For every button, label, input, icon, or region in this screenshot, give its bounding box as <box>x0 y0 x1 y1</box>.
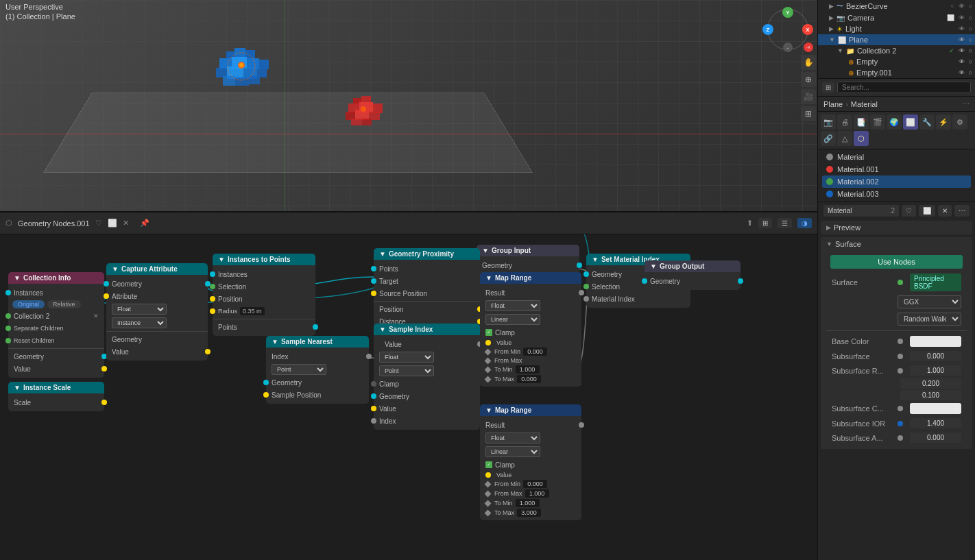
material-item-0[interactable]: Material <box>822 151 971 163</box>
props-modifier-icon[interactable]: 🔧 <box>919 114 935 130</box>
node-editor[interactable]: ⬡ Geometry Nodes.001 ♡ ⬜ ✕ 📌 ⬆ ⊞ ☰ ◑ <box>0 212 817 560</box>
props-data-icon[interactable]: △ <box>837 131 852 146</box>
props-world-icon[interactable]: 🌍 <box>887 114 902 130</box>
subsurface-value[interactable]: 0.000 <box>910 351 961 361</box>
outliner-render-icon[interactable]: ○ <box>969 3 972 10</box>
props-object-icon[interactable]: ⬜ <box>903 114 918 130</box>
props-particles-icon[interactable]: ⚡ <box>936 114 951 130</box>
outliner-item-plane[interactable]: ▼ ⬜ Plane 👁 ○ <box>818 34 975 45</box>
node-instance-scale[interactable]: ▼ Instance Scale Scale <box>8 382 104 411</box>
node-close-icon[interactable]: ✕ <box>123 219 129 228</box>
node-geometry-proximity[interactable]: ▼ Geometry Proximity Points Target <box>374 248 480 330</box>
surface-value[interactable]: Principled BSDF <box>910 273 961 291</box>
node-sn-type-select[interactable]: Point <box>272 364 326 375</box>
outliner-item-light[interactable]: ▶ ☀ Light 👁 ○ <box>818 23 975 34</box>
material-item-1[interactable]: Material.001 <box>822 163 971 175</box>
material-item-3[interactable]: Material.003 <box>822 188 971 200</box>
subsurface-a-value[interactable]: 0.000 <box>910 433 961 443</box>
random-walk-dropdown[interactable]: Random Walk <box>898 313 961 326</box>
props-constraints-icon[interactable]: 🔗 <box>821 131 836 146</box>
breadcrumb-options-icon[interactable]: ⋯ <box>962 99 970 108</box>
node-group-input[interactable]: ▼ Group Input Geometry <box>477 245 579 274</box>
node-map-range-1[interactable]: ▼ Map Range Result Float Linear <box>480 272 581 387</box>
gizmo-z-axis[interactable]: Z <box>762 24 773 35</box>
material-heart-btn[interactable]: ♡ <box>902 205 916 217</box>
outliner-render3-icon[interactable]: ○ <box>969 25 972 32</box>
node-ci-relative-tab[interactable]: Relative <box>47 300 81 308</box>
node-mr1-type[interactable]: Float <box>485 300 540 311</box>
outliner-item-camera[interactable]: ▶ 📷 Camera ⬜ 👁 ○ <box>818 12 975 23</box>
node-viewport-shading[interactable]: ◑ <box>797 218 812 228</box>
node-si-domain-select[interactable]: Point <box>379 365 434 376</box>
node-ca-type-select[interactable]: Float <box>112 304 167 315</box>
props-view-layer-icon[interactable]: 📑 <box>854 114 869 130</box>
viewport-grid-icon[interactable]: ⊞ <box>801 106 816 121</box>
node-sample-nearest[interactable]: ▼ Sample Nearest Index Point <box>266 336 369 404</box>
props-material-icon[interactable]: ⬡ <box>854 131 869 146</box>
subsurface-r-val1[interactable]: 1.000 <box>910 365 961 376</box>
subsurface-ior-value[interactable]: 1.400 <box>910 418 961 428</box>
material-delete-btn[interactable]: ✕ <box>938 205 952 217</box>
node-ci-original-tab[interactable]: Original <box>12 300 45 308</box>
outliner-item-collection2[interactable]: ▼ 📁 Collection 2 ✓ 👁 ○ <box>818 45 975 56</box>
viewport-zoom-icon[interactable]: ⊕ <box>801 72 816 87</box>
surface-header[interactable]: ▼ Surface <box>821 237 972 251</box>
subsurface-r-val3[interactable]: 0.100 <box>900 390 961 400</box>
subsurface-c-swatch[interactable] <box>910 403 961 414</box>
viewport-3d[interactable]: User Perspective (1) Collection | Plane … <box>0 0 817 212</box>
subsurface-r-val2[interactable]: 0.200 <box>900 378 961 389</box>
outliner-item-empty[interactable]: ⊕ Empty 👁 ○ <box>818 56 975 67</box>
node-capture-attribute[interactable]: ▼ Capture Attribute Geometry Attribute <box>106 263 208 361</box>
material-slot-control[interactable]: Material 2 <box>823 205 899 217</box>
props-search-input[interactable] <box>837 82 971 93</box>
node-instances-to-points[interactable]: ▼ Instances to Points Instances Selectio… <box>213 254 315 336</box>
node-upload-icon[interactable]: ⬆ <box>747 219 753 228</box>
outliner-eye5-icon[interactable]: 👁 <box>959 47 965 54</box>
material-copy-btn[interactable]: ⬜ <box>919 205 935 217</box>
node-collection-info[interactable]: ▼ Collection Info Instances Original Rel… <box>8 272 104 378</box>
outliner-item-beziercurve[interactable]: ▶ 〜 BezierCurve ≈ 👁 ○ <box>818 0 975 12</box>
node-overlay-toggle[interactable]: ☰ <box>778 218 792 228</box>
outliner-eye6-icon[interactable]: 👁 <box>959 58 965 65</box>
outliner-eye-icon[interactable]: 👁 <box>959 3 965 10</box>
outliner-render4-icon[interactable]: ○ <box>969 36 972 43</box>
node-mr2-interp[interactable]: Linear <box>485 446 540 457</box>
viewport-gizmo[interactable]: Y X Z - -X <box>764 5 812 53</box>
props-render-icon[interactable]: 📷 <box>821 114 836 130</box>
outliner-eye7-icon[interactable]: 👁 <box>959 69 965 76</box>
node-canvas[interactable]: ▼ Group Input Geometry ▼ Collection I <box>0 234 817 560</box>
viewport-camera-icon[interactable]: 🎥 <box>801 89 816 104</box>
node-view-toggle[interactable]: ⊞ <box>758 218 772 228</box>
props-physics-icon[interactable]: ⚙ <box>952 114 967 130</box>
preview-header[interactable]: ▶ Preview <box>821 221 972 234</box>
node-sample-index[interactable]: ▼ Sample Index Value Float Point <box>374 324 480 430</box>
node-si-type-select[interactable]: Float <box>379 352 434 363</box>
node-pin-icon[interactable]: 📌 <box>140 219 149 228</box>
outliner-render2-icon[interactable]: ○ <box>969 14 972 21</box>
gizmo-x-axis[interactable]: X <box>802 24 813 35</box>
ggx-dropdown[interactable]: GGX <box>898 295 961 308</box>
outliner-render6-icon[interactable]: ○ <box>969 58 972 65</box>
node-mr2-clamp[interactable]: ✓ <box>485 461 492 468</box>
node-map-range-2[interactable]: ▼ Map Range Result Float Linear <box>480 404 581 520</box>
outliner-render7-icon[interactable]: ○ <box>969 69 972 76</box>
outliner-render5-icon[interactable]: ○ <box>969 47 972 54</box>
outliner-eye3-icon[interactable]: 👁 <box>959 25 965 32</box>
props-scene-icon[interactable]: 🎬 <box>870 114 885 130</box>
outliner-eye4-icon[interactable]: 👁 <box>959 36 965 43</box>
viewport-move-icon[interactable]: ✋ <box>801 55 816 70</box>
node-group-output[interactable]: ▼ Group Output Geometry <box>645 260 741 290</box>
material-item-2[interactable]: Material.002 <box>822 175 971 188</box>
gizmo-y-axis[interactable]: Y <box>782 7 793 18</box>
node-ca-domain-select[interactable]: Instance <box>112 317 167 328</box>
node-mr1-interp[interactable]: Linear <box>485 314 540 325</box>
outliner-eye2-icon[interactable]: 👁 <box>959 14 965 21</box>
outliner-item-empty001[interactable]: ⊕ Empty.001 👁 ○ <box>818 67 975 78</box>
material-dots-btn[interactable]: ⋯ <box>954 205 970 217</box>
node-mr1-clamp[interactable]: ✓ <box>485 329 492 336</box>
props-output-icon[interactable]: 🖨 <box>837 114 852 130</box>
base-color-swatch[interactable] <box>910 336 961 347</box>
props-view-select[interactable]: ⊞ <box>822 82 834 93</box>
use-nodes-button[interactable]: Use Nodes <box>830 255 963 269</box>
node-mr2-type[interactable]: Float <box>485 433 540 443</box>
